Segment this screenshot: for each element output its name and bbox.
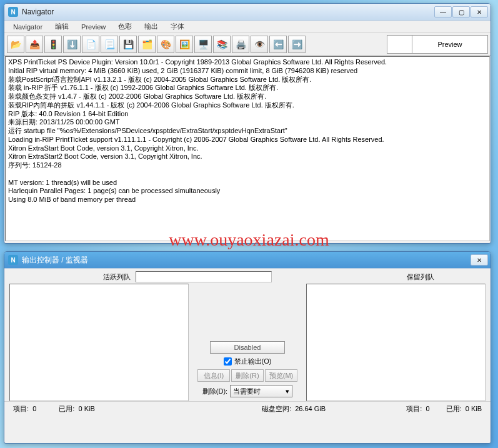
window-title: 输出控制器 / 监视器 (22, 255, 471, 266)
arrow-right-icon[interactable]: ➡️ (288, 36, 306, 53)
log-line: 序列号: 15124-28 (8, 161, 487, 170)
preview-button[interactable]: Preview (412, 36, 487, 53)
log-line: Initial RIP virtual memory: 4 MiB (3660 … (8, 67, 487, 76)
close-button[interactable]: ✕ (471, 6, 488, 17)
status-mid: 磁盘空闲: 26.64 GiB (199, 404, 388, 414)
menu-output[interactable]: 输出 (138, 21, 164, 32)
close-button[interactable]: ✕ (471, 254, 488, 266)
menubar: Navigator 编辑 Preview 色彩 输出 字体 (4, 21, 491, 33)
scan-icon[interactable]: 🖼️ (176, 36, 193, 53)
disable-output-checkbox[interactable] (224, 357, 232, 366)
pages-icon[interactable]: 📚 (213, 36, 231, 53)
doc-icon[interactable]: 📄 (82, 36, 99, 53)
active-queue-input[interactable] (136, 271, 272, 282)
log-line: XPS PrintTicket PS Device Plugin: Versio… (8, 58, 487, 67)
app-icon: N (8, 7, 18, 17)
reserve-queue-label: 保留列队 (407, 272, 484, 282)
color-icon[interactable]: 🎨 (157, 36, 174, 53)
active-queue-list[interactable] (9, 284, 189, 401)
screen-icon[interactable]: 🖥️ (194, 36, 212, 53)
app-icon: N (8, 255, 18, 265)
disabled-button[interactable]: Disabled (210, 341, 285, 354)
log-line: Xitron ExtraStart Boot Code, version 3.1… (8, 144, 487, 153)
queue-header-row: 活跃列队 保留列队 (4, 269, 491, 284)
delete-label: 删除(D): (202, 387, 227, 396)
stop-icon[interactable]: ⬇️ (63, 36, 81, 53)
view-icon[interactable]: 👁️ (251, 36, 268, 53)
log-line: 来源日期: 2013/11/25 00:00:00 GMT (8, 118, 487, 127)
output-icon[interactable]: 🖨️ (232, 36, 249, 53)
menu-edit[interactable]: 编辑 (49, 21, 75, 32)
menu-navigator[interactable]: Navigator (7, 22, 49, 32)
page-icon[interactable]: 📃 (101, 36, 118, 53)
log-line: Harlequin Parallel Pages: 1 page(s) can … (8, 187, 487, 196)
menu-color[interactable]: 色彩 (112, 21, 138, 32)
preview-area: Preview (387, 35, 488, 54)
middle-controls: Disabled 禁止输出(O) 信息(I) 删除(R) 预览(M) 删除(D)… (192, 284, 302, 401)
log-line: 装载RIP内简单的拼版 v1.44.1.1 - 版权 (c) 2004-2006… (8, 101, 487, 110)
menu-font[interactable]: 字体 (164, 21, 191, 32)
items-left-value: 0 (32, 405, 36, 412)
log-line: RIP 版本: 40.0 Revision 1 64-bit Edition (8, 110, 487, 119)
maximize-button[interactable]: ▢ (452, 6, 470, 17)
disable-output-label: 禁止输出(O) (234, 357, 272, 366)
log-line: 装载 in-RIP 折手 v1.76.1.1 - 版权 (c) 1992-200… (8, 84, 487, 92)
items-label-right: 项目: (406, 405, 422, 412)
separation-icon[interactable]: 🗂️ (138, 36, 156, 53)
minimize-button[interactable]: — (434, 6, 452, 17)
delete-button[interactable]: 删除(R) (231, 369, 264, 382)
disable-output-checkbox-row[interactable]: 禁止输出(O) (224, 357, 272, 366)
preview-button[interactable]: 预览(M) (265, 369, 297, 382)
window-controls: ✕ (471, 254, 488, 266)
window-body: 活跃列队 保留列队 Disabled 禁止输出(O) 信息(I) 删除(R) 预… (4, 269, 491, 416)
titlebar[interactable]: N 输出控制器 / 监视器 ✕ (4, 252, 491, 269)
status-right: 项目: 0 已用: 0 KiB (388, 404, 482, 414)
navigator-window: N Navigator — ▢ ✕ Navigator 编辑 Preview 色… (4, 3, 491, 244)
used-right-value: 0 KiB (466, 405, 482, 412)
log-line: Xitron ExtraStart2 Boot Code, version 3.… (8, 152, 487, 161)
save-icon[interactable]: 💾 (119, 36, 137, 53)
log-line: 运行 startup file "%os%/Extensions/PSDevic… (8, 127, 487, 136)
action-buttons-row: 信息(I) 删除(R) 预览(M) (197, 369, 297, 382)
status-left: 项目: 0 已用: 0 KiB (13, 404, 199, 414)
output-controller-window: N 输出控制器 / 监视器 ✕ 活跃列队 保留列队 Disabled 禁止输出(… (4, 251, 491, 444)
used-label: 已用: (59, 405, 74, 412)
status-bar: 项目: 0 已用: 0 KiB 磁盘空闲: 26.64 GiB 项目: 0 已用… (4, 401, 491, 416)
window-controls: — ▢ ✕ (434, 6, 488, 17)
delete-select-value: 当需要时 (233, 387, 261, 396)
disk-value: 26.64 GiB (295, 405, 326, 412)
reserve-queue-list[interactable] (306, 284, 486, 401)
window-title: Navigator (22, 7, 434, 16)
log-line (8, 170, 487, 179)
unload-icon[interactable]: 📤 (26, 36, 43, 53)
open-icon[interactable]: 📂 (7, 36, 24, 53)
toolbar: 📂 📤 🚦 ⬇️ 📄 📃 💾 🗂️ 🎨 🖼️ 🖥️ 📚 🖨️ 👁️ ⬅️ ➡️ … (4, 33, 491, 56)
log-line: Loading in-RIP PrintTicket support v1.11… (8, 136, 487, 144)
items-label: 项目: (13, 405, 29, 412)
info-button[interactable]: 信息(I) (197, 369, 230, 382)
active-queue-label: 活跃列队 (11, 272, 136, 282)
titlebar[interactable]: N Navigator — ▢ ✕ (4, 4, 491, 21)
log-line: MT version: 1 thread(s) will be used (8, 179, 487, 187)
preview-blank (387, 36, 412, 53)
log-line: 装载PostScript语言控制API v1.13.2.1 - 版权 (c) 2… (8, 76, 487, 84)
delete-mode-row: 删除(D): 当需要时 ▾ (202, 385, 292, 397)
arrow-left-icon[interactable]: ⬅️ (269, 36, 287, 53)
delete-mode-select[interactable]: 当需要时 ▾ (230, 385, 292, 397)
log-line: 装载颜色条支持 v1.4.7 - 版权 (c) 2002-2006 Global… (8, 92, 487, 101)
used-left-value: 0 KiB (79, 405, 95, 412)
chevron-down-icon: ▾ (286, 387, 289, 396)
log-line: Using 8.0 MiB of band memory per thread (8, 196, 487, 204)
menu-preview[interactable]: Preview (75, 22, 112, 32)
log-output[interactable]: XPS PrintTicket PS Device Plugin: Versio… (5, 56, 490, 241)
traffic-icon[interactable]: 🚦 (44, 36, 62, 53)
used-label-right: 已用: (446, 405, 462, 412)
items-right-value: 0 (426, 405, 429, 412)
panels-row: Disabled 禁止输出(O) 信息(I) 删除(R) 预览(M) 删除(D)… (4, 284, 491, 401)
disk-label: 磁盘空闲: (262, 405, 291, 412)
